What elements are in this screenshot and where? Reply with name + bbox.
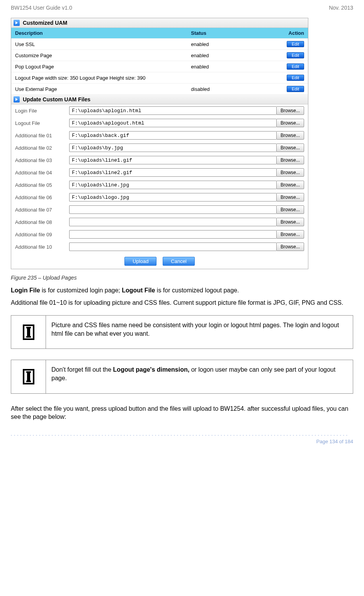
file-path-input[interactable] (69, 242, 276, 251)
file-row: Additional file 07Browse... (11, 203, 308, 216)
file-label: Additional file 10 (11, 241, 65, 253)
file-path-input[interactable] (69, 168, 276, 177)
info-icon-cell (11, 316, 46, 348)
table-row: Use External Page disabled Edit (11, 84, 308, 95)
file-path-input[interactable] (69, 119, 276, 127)
table-row: Logout Page width size: 350 Logout Page … (11, 72, 308, 84)
file-row: Additional file 02Browse... (11, 142, 308, 154)
doc-title: BW1254 User Guide v1.0 (11, 5, 72, 11)
arrow-right-icon (14, 96, 20, 102)
file-input-wrap: Browse... (69, 205, 304, 214)
info-icon-cell (11, 360, 46, 393)
file-row: Additional file 08Browse... (11, 216, 308, 228)
browse-button[interactable]: Browse... (276, 242, 304, 251)
browse-button[interactable]: Browse... (276, 218, 304, 226)
file-row: Additional file 06Browse... (11, 191, 308, 203)
edit-button[interactable]: Edit (287, 63, 304, 70)
paragraph: Additional file 01~10 is for uploading p… (11, 299, 353, 307)
col-description: Description (11, 28, 187, 39)
table-row: Pop Logout Page enabled Edit (11, 61, 308, 72)
figure-caption: Figure 235 – Upload Pages (11, 275, 353, 281)
col-status: Status (187, 28, 281, 39)
edit-button[interactable]: Edit (287, 86, 304, 92)
file-input-wrap: Browse... (69, 119, 304, 127)
file-row: Additional file 01Browse... (11, 129, 308, 142)
cancel-button[interactable]: Cancel (163, 257, 194, 266)
info-box: Picture and CSS files name need be consi… (11, 315, 353, 349)
section-title: Update Custom UAM Files (23, 96, 90, 102)
edit-button[interactable]: Edit (287, 41, 304, 47)
file-label: Additional file 06 (11, 191, 65, 203)
page-header: BW1254 User Guide v1.0 Nov. 2013 (11, 5, 353, 11)
doc-date: Nov. 2013 (329, 5, 353, 11)
browse-button[interactable]: Browse... (276, 230, 304, 239)
file-label: Additional file 08 (11, 216, 65, 228)
col-action: Action (281, 28, 308, 39)
table-header-row: Description Status Action (11, 28, 308, 39)
file-path-input[interactable] (69, 131, 276, 140)
cell-desc: Logout Page width size: 350 Logout Page … (11, 72, 281, 84)
term-logout-file: Logout File (122, 287, 155, 294)
file-input-wrap: Browse... (69, 143, 304, 152)
file-label: Additional file 02 (11, 142, 65, 154)
section-bar-update-files: Update Custom UAM Files (11, 95, 308, 104)
uam-table: Description Status Action Use SSL enable… (11, 28, 308, 95)
file-input-wrap: Browse... (69, 218, 304, 226)
paragraph: Login File is for customized login page;… (11, 286, 353, 295)
section-bar-customized-uam: Customized UAM (11, 18, 308, 28)
file-path-input[interactable] (69, 205, 276, 214)
file-input-wrap: Browse... (69, 193, 304, 202)
file-path-input[interactable] (69, 106, 276, 115)
file-label: Additional file 04 (11, 166, 65, 179)
button-row: Upload Cancel (11, 253, 308, 269)
file-label: Additional file 05 (11, 179, 65, 191)
files-table: Login FileBrowse...Logout FileBrowse...A… (11, 104, 308, 253)
arrow-right-icon (14, 20, 20, 26)
file-path-input[interactable] (69, 143, 276, 152)
file-row: Logout FileBrowse... (11, 117, 308, 129)
browse-button[interactable]: Browse... (276, 119, 304, 127)
edit-button[interactable]: Edit (287, 75, 304, 81)
info-message: Don't forget fill out the Logout page's … (46, 360, 353, 393)
browse-button[interactable]: Browse... (276, 168, 304, 177)
footer-divider: - - - - - - - - - - - - - - - - - - - - … (11, 433, 353, 437)
cell-status: enabled (187, 50, 281, 61)
cell-status: disabled (187, 84, 281, 95)
cell-desc: Use SSL (11, 39, 187, 50)
browse-button[interactable]: Browse... (276, 205, 304, 214)
file-path-input[interactable] (69, 181, 276, 189)
browse-button[interactable]: Browse... (276, 181, 304, 189)
file-label: Logout File (11, 117, 65, 129)
page-number: Page 134 of 184 (11, 439, 353, 444)
file-path-input[interactable] (69, 230, 276, 239)
info-box: Don't forget fill out the Logout page's … (11, 360, 353, 393)
section-title: Customized UAM (23, 20, 67, 26)
file-row: Login FileBrowse... (11, 104, 308, 117)
browse-button[interactable]: Browse... (276, 156, 304, 164)
file-row: Additional file 05Browse... (11, 179, 308, 191)
file-label: Additional file 01 (11, 129, 65, 142)
browse-button[interactable]: Browse... (276, 106, 304, 115)
browse-button[interactable]: Browse... (276, 193, 304, 202)
table-row: Customize Page enabled Edit (11, 50, 308, 61)
file-path-input[interactable] (69, 193, 276, 202)
info-message: Picture and CSS files name need be consi… (46, 316, 353, 348)
file-input-wrap: Browse... (69, 242, 304, 251)
file-input-wrap: Browse... (69, 106, 304, 115)
info-icon (23, 369, 34, 384)
file-input-wrap: Browse... (69, 181, 304, 189)
file-input-wrap: Browse... (69, 156, 304, 164)
paragraph: After select the file you want, press up… (11, 405, 353, 421)
file-path-input[interactable] (69, 156, 276, 164)
file-input-wrap: Browse... (69, 230, 304, 239)
edit-button[interactable]: Edit (287, 52, 304, 58)
table-row: Use SSL enabled Edit (11, 39, 308, 50)
file-label: Additional file 07 (11, 203, 65, 216)
upload-button[interactable]: Upload (124, 257, 156, 266)
browse-button[interactable]: Browse... (276, 131, 304, 140)
file-label: Additional file 03 (11, 154, 65, 166)
file-row: Additional file 10Browse... (11, 241, 308, 253)
browse-button[interactable]: Browse... (276, 143, 304, 152)
file-path-input[interactable] (69, 218, 276, 226)
file-input-wrap: Browse... (69, 131, 304, 140)
